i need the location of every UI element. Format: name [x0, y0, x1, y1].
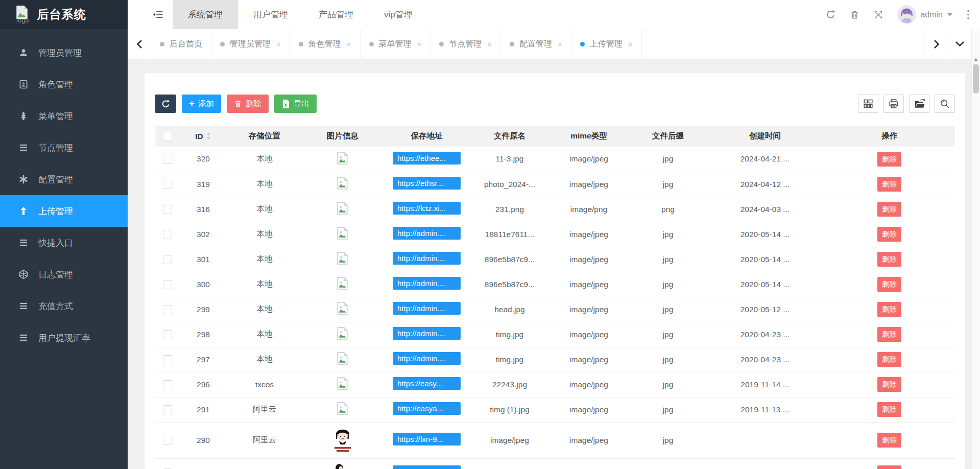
topnav-item[interactable]: vip管理 — [369, 0, 428, 29]
delete-button[interactable]: 删除 — [227, 95, 269, 113]
scrollbar-thumb[interactable] — [973, 64, 979, 93]
row-delete-button[interactable]: 删除 — [877, 202, 901, 217]
cell-ext: png — [630, 197, 706, 222]
cell-url: https://lxn-9... — [382, 422, 471, 458]
row-delete-button[interactable]: 删除 — [877, 252, 901, 267]
row-checkbox[interactable] — [163, 280, 172, 289]
sidebar-fold-button[interactable] — [143, 0, 173, 29]
row-delete-button[interactable]: 删除 — [877, 177, 901, 192]
tab[interactable]: 上传管理× — [571, 29, 642, 59]
tab-close-icon[interactable]: × — [417, 40, 422, 49]
tab[interactable]: 菜单管理× — [361, 29, 431, 59]
tab-close-icon[interactable]: × — [487, 40, 492, 49]
add-button[interactable]: + 添加 — [182, 95, 221, 113]
row-delete-button[interactable]: 删除 — [877, 377, 901, 392]
tab[interactable]: 后台首页 — [151, 29, 211, 59]
topnav-item[interactable]: 用户管理 — [238, 0, 303, 29]
sidebar-item[interactable]: 管理员管理 — [0, 37, 128, 68]
url-badge[interactable]: https://lxn-9... — [393, 433, 461, 445]
topnav-item[interactable]: 产品管理 — [303, 0, 369, 29]
url-badge[interactable]: http://admin.... — [393, 252, 461, 265]
trash-icon[interactable] — [850, 9, 859, 20]
row-delete-button[interactable]: 删除 — [877, 227, 901, 242]
vertical-scrollbar[interactable] — [971, 29, 980, 469]
row-delete-button[interactable]: 删除 — [877, 152, 901, 167]
url-badge[interactable]: http://admin.... — [393, 327, 461, 340]
row-delete-button[interactable]: 删除 — [877, 402, 901, 417]
row-checkbox[interactable] — [163, 380, 172, 389]
row-delete-button[interactable]: 删除 — [877, 352, 901, 367]
fullscreen-icon[interactable] — [873, 10, 883, 20]
row-checkbox[interactable] — [163, 205, 172, 214]
printer-button[interactable] — [883, 95, 904, 113]
more-icon[interactable] — [967, 9, 970, 20]
url-badge[interactable]: https://lxn-9... — [393, 465, 461, 469]
sidebar-item[interactable]: 日志管理 — [0, 259, 128, 290]
sidebar-item[interactable]: 用户提现汇率 — [0, 322, 128, 354]
tab-close-icon[interactable]: × — [628, 40, 633, 49]
refresh-button[interactable] — [155, 95, 176, 113]
columns-button[interactable] — [858, 95, 878, 113]
url-badge[interactable]: http://admin.... — [393, 227, 461, 240]
user-menu[interactable]: admin — [897, 5, 953, 24]
url-badge[interactable]: https://ethsr... — [393, 177, 461, 190]
tabs-menu-button[interactable] — [948, 29, 971, 59]
chevron-left-icon — [136, 39, 142, 49]
cell-filename: 18811e7611... — [471, 222, 548, 247]
tabs-scroll-right-button[interactable] — [924, 29, 948, 59]
tab-close-icon[interactable]: × — [276, 40, 281, 49]
sidebar-item[interactable]: 配置管理 — [0, 163, 128, 195]
tab-close-icon[interactable]: × — [558, 40, 562, 49]
url-badge[interactable]: https://lctz.xi... — [393, 202, 461, 215]
sidebar-item[interactable]: 菜单管理 — [0, 100, 128, 132]
tab[interactable]: 角色管理× — [290, 29, 361, 59]
scrollbar-up-arrow[interactable] — [974, 56, 978, 61]
row-delete-button[interactable]: 删除 — [877, 465, 901, 469]
select-all-checkbox[interactable] — [163, 132, 172, 141]
cell-actions: 删除 — [824, 397, 955, 422]
sidebar-item[interactable]: 角色管理 — [0, 68, 128, 100]
sidebar-item[interactable]: 充值方式 — [0, 290, 128, 322]
url-badge[interactable]: http://admin.... — [393, 352, 461, 365]
url-badge[interactable]: https://easy... — [393, 377, 461, 390]
url-badge[interactable]: http://admin.... — [393, 277, 461, 290]
topnav-item[interactable]: 系统管理 — [173, 0, 238, 29]
tabs-scroll-left-button[interactable] — [128, 29, 151, 59]
search-button[interactable] — [935, 95, 955, 113]
cell-image — [303, 197, 382, 222]
export-button[interactable]: 导出 — [274, 95, 317, 113]
row-checkbox[interactable] — [163, 155, 172, 164]
row-checkbox[interactable] — [163, 405, 172, 414]
cell-url: http://admin.... — [382, 347, 471, 372]
row-checkbox[interactable] — [163, 330, 172, 339]
tab[interactable]: 节点管理× — [431, 29, 501, 59]
cell-created: 2020-04-23 ... — [706, 322, 824, 347]
tab-close-icon[interactable]: × — [347, 40, 351, 49]
broken-image-icon — [337, 402, 348, 415]
row-delete-button[interactable]: 删除 — [877, 433, 901, 448]
row-checkbox[interactable] — [163, 305, 172, 314]
cell-ext: jpg — [630, 458, 706, 469]
export-folder-button[interactable] — [909, 95, 929, 113]
row-delete-button[interactable]: 删除 — [877, 302, 901, 317]
search-icon — [939, 98, 950, 109]
row-checkbox[interactable] — [163, 180, 172, 189]
tab[interactable]: 配置管理× — [501, 29, 571, 59]
url-badge[interactable]: http://easya... — [393, 402, 461, 415]
tab[interactable]: 管理员管理× — [211, 29, 290, 59]
row-checkbox[interactable] — [163, 436, 172, 445]
row-checkbox[interactable] — [163, 230, 172, 239]
sidebar-item[interactable]: 上传管理 — [0, 195, 128, 227]
url-badge[interactable]: http://admin.... — [393, 302, 461, 315]
row-delete-button[interactable]: 删除 — [877, 277, 901, 292]
sidebar-item[interactable]: 快捷入口 — [0, 227, 128, 259]
row-checkbox[interactable] — [163, 255, 172, 264]
broken-image-icon — [337, 152, 348, 165]
cell-filename: image/jpeg — [471, 422, 548, 458]
url-badge[interactable]: https://ethee... — [393, 152, 461, 165]
refresh-icon[interactable] — [825, 9, 836, 20]
column-header[interactable]: ID — [180, 126, 226, 147]
sidebar-item[interactable]: 节点管理 — [0, 132, 128, 163]
row-delete-button[interactable]: 删除 — [877, 327, 901, 342]
row-checkbox[interactable] — [163, 355, 172, 364]
